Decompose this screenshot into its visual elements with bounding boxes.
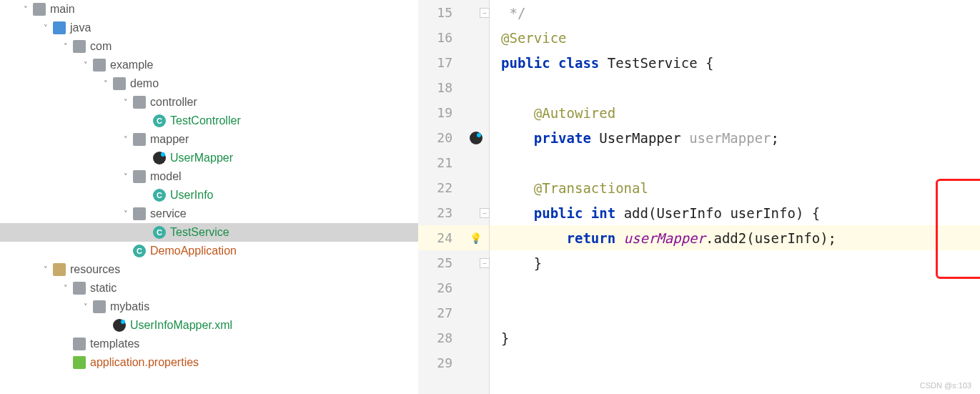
chevron-down-icon[interactable]: ˅ <box>120 97 132 108</box>
code-text[interactable]: public int add(UserInfo userInfo) { <box>490 205 820 221</box>
gutter-icon[interactable]: 💡 <box>462 225 490 250</box>
chevron-down-icon[interactable]: ˅ <box>80 59 91 71</box>
code-line[interactable]: 24💡 return userMapper.add2(userInfo); <box>418 225 980 250</box>
folder-dim-icon <box>133 207 146 220</box>
tree-item-userinfomapper-xml[interactable]: ›UserInfoMapper.xml <box>0 316 418 335</box>
line-number: 25 <box>418 255 462 270</box>
folder-dim-icon <box>73 338 86 350</box>
code-text[interactable]: } <box>490 330 509 346</box>
code-line[interactable]: 23– public int add(UserInfo userInfo) { <box>418 200 980 225</box>
folder-dim-icon <box>73 40 86 53</box>
code-line[interactable]: 16@Service <box>418 25 980 50</box>
tree-item-label: templates <box>90 338 139 350</box>
tree-item-service[interactable]: ˅service <box>0 205 418 223</box>
line-number: 20 <box>418 130 462 145</box>
tree-item-resources[interactable]: ˅resources <box>0 260 418 279</box>
tree-item-userinfo[interactable]: ›CUserInfo <box>0 186 418 205</box>
tree-item-label: UserInfoMapper.xml <box>130 319 232 332</box>
code-text[interactable]: return userMapper.add2(userInfo); <box>490 230 836 246</box>
tree-item-main[interactable]: ˅main <box>0 0 418 19</box>
code-text[interactable]: */ <box>490 5 525 21</box>
folder-dim-icon <box>93 300 106 313</box>
chevron-down-icon[interactable]: ˅ <box>80 301 91 312</box>
class-c-icon: C <box>153 226 166 239</box>
gutter-icon[interactable] <box>462 125 490 150</box>
lightbulb-icon[interactable]: 💡 <box>470 232 482 244</box>
tree-item-controller[interactable]: ˅controller <box>0 93 418 112</box>
folder-dim-icon <box>133 170 146 183</box>
line-number: 19 <box>418 105 462 120</box>
code-text[interactable]: @Service <box>490 30 567 46</box>
chevron-down-icon[interactable]: ˅ <box>120 208 132 220</box>
line-number: 21 <box>418 155 462 170</box>
code-line[interactable]: 18 <box>418 75 980 100</box>
tree-item-label: mybatis <box>110 300 149 313</box>
chevron-down-icon[interactable]: ˅ <box>20 4 31 15</box>
gutter-icon <box>462 275 490 300</box>
folder-dim-icon <box>73 282 86 295</box>
tree-item-templates[interactable]: ›templates <box>0 335 418 353</box>
line-number: 18 <box>418 80 462 95</box>
code-line[interactable]: 22 @Transactional <box>418 175 980 200</box>
code-line[interactable]: 20 private UserMapper userMapper; <box>418 125 980 150</box>
code-text[interactable]: @Autowired <box>490 105 615 121</box>
tree-item-model[interactable]: ˅model <box>0 167 418 186</box>
chevron-down-icon[interactable]: ˅ <box>60 41 71 52</box>
tree-item-label: UserInfo <box>170 189 213 202</box>
folder-dim-icon <box>133 96 146 109</box>
line-number: 15 <box>418 5 462 20</box>
line-number: 26 <box>418 280 462 295</box>
code-text[interactable]: private UserMapper userMapper; <box>490 130 779 146</box>
line-number: 16 <box>418 30 462 45</box>
tree-item-example[interactable]: ˅example <box>0 56 418 74</box>
class-c-icon: C <box>153 189 166 202</box>
tree-item-testservice[interactable]: ›CTestService <box>0 223 418 242</box>
chevron-down-icon[interactable]: ˅ <box>120 134 132 145</box>
code-line[interactable]: 21 <box>418 150 980 175</box>
tree-item-label: example <box>110 59 153 72</box>
code-line[interactable]: 15– */ <box>418 0 980 25</box>
code-line[interactable]: 27 <box>418 300 980 325</box>
chevron-down-icon[interactable]: ˅ <box>40 264 51 275</box>
code-text[interactable]: public class TestService { <box>490 55 713 71</box>
tree-item-demo[interactable]: ˅demo <box>0 74 418 93</box>
code-line[interactable]: 26 <box>418 275 980 300</box>
code-text[interactable]: @Transactional <box>490 180 648 196</box>
tree-item-demoapplication[interactable]: ›CDemoApplication <box>0 242 418 260</box>
mapper-icon[interactable] <box>470 132 482 144</box>
fold-handle[interactable]: – <box>480 8 490 18</box>
tree-item-testcontroller[interactable]: ›CTestController <box>0 112 418 130</box>
code-editor[interactable]: 15– */16@Service17public class TestServi… <box>418 0 980 394</box>
gutter-icon <box>462 25 490 50</box>
chevron-down-icon[interactable]: ˅ <box>120 171 132 182</box>
code-text[interactable]: } <box>490 255 542 271</box>
tree-item-label: TestService <box>170 226 229 239</box>
gutter-icon <box>462 350 490 375</box>
tree-item-application-properties[interactable]: ›application.properties <box>0 353 418 372</box>
gutter-icon <box>462 325 490 350</box>
tree-item-java[interactable]: ˅java <box>0 19 418 37</box>
tree-item-usermapper[interactable]: ›UserMapper <box>0 149 418 167</box>
code-line[interactable]: 29 <box>418 350 980 375</box>
chevron-down-icon[interactable]: ˅ <box>60 282 71 294</box>
folder-gold-icon <box>53 263 66 276</box>
tree-item-label: java <box>70 21 91 34</box>
code-line[interactable]: 17public class TestService { <box>418 50 980 75</box>
tree-item-label: application.properties <box>90 356 199 369</box>
project-tree[interactable]: ˅main˅java˅com˅example˅demo˅controller›C… <box>0 0 418 394</box>
code-line[interactable]: 25– } <box>418 250 980 275</box>
code-line[interactable]: 28} <box>418 325 980 350</box>
line-number: 22 <box>418 180 462 195</box>
line-number: 17 <box>418 55 462 70</box>
tree-item-label: DemoApplication <box>150 245 237 257</box>
tree-item-mapper[interactable]: ˅mapper <box>0 130 418 149</box>
code-line[interactable]: 19 @Autowired <box>418 100 980 125</box>
tree-item-static[interactable]: ˅static <box>0 279 418 297</box>
watermark: CSDN @s:103 <box>920 381 971 390</box>
fold-handle[interactable]: – <box>480 208 490 218</box>
chevron-down-icon[interactable]: ˅ <box>100 78 112 89</box>
chevron-down-icon[interactable]: ˅ <box>40 22 51 34</box>
tree-item-mybatis[interactable]: ˅mybatis <box>0 297 418 316</box>
fold-handle[interactable]: – <box>480 258 490 268</box>
tree-item-com[interactable]: ˅com <box>0 37 418 56</box>
